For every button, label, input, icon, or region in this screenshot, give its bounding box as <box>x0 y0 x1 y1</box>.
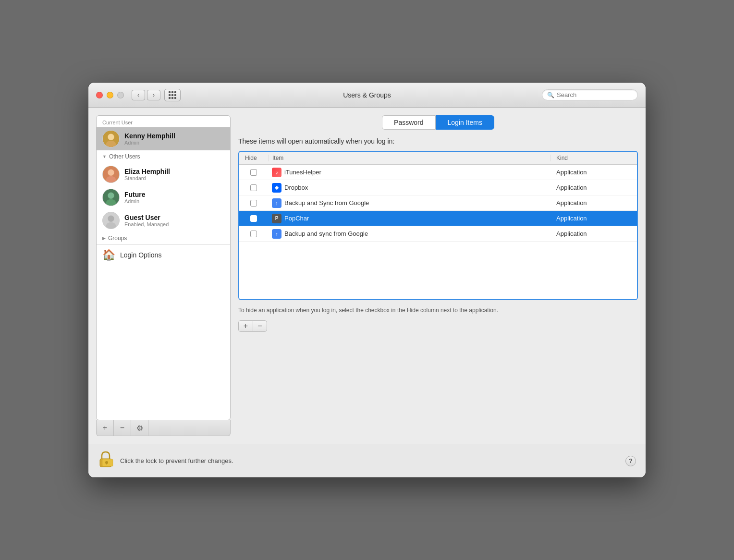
groups-label: Groups <box>108 235 127 242</box>
add-item-button[interactable]: + <box>238 320 253 332</box>
dropbox-icon: ◆ <box>272 183 281 193</box>
google-backup-icon-2: ↑ <box>272 229 281 239</box>
sidebar-toolbar: + − ⚙ <box>96 420 231 436</box>
col-header-item: Item <box>269 155 550 161</box>
item-cell-2: ◆ Dropbox <box>268 183 550 193</box>
tab-password[interactable]: Password <box>382 115 435 130</box>
search-input[interactable] <box>557 91 633 98</box>
table-empty-area <box>239 242 637 299</box>
current-user-info: Kenny Hemphill Admin <box>124 132 175 146</box>
search-box[interactable]: 🔍 <box>542 89 638 100</box>
nav-buttons: ‹ › <box>132 90 160 100</box>
remove-item-button[interactable]: − <box>253 320 267 332</box>
avatar-eliza <box>102 166 120 183</box>
tab-login-items[interactable]: Login Items <box>436 115 494 130</box>
kind-val-2: Application <box>550 184 637 191</box>
user-item-eliza[interactable]: Eliza Hemphill Standard <box>97 163 230 186</box>
svg-point-4 <box>108 170 114 176</box>
table-row[interactable]: ↑ Backup and Sync from Google Applicatio… <box>239 195 637 211</box>
description-text: These items will open automatically when… <box>238 137 638 145</box>
table-header: Hide Item Kind <box>239 152 637 165</box>
kind-val-3: Application <box>550 199 637 207</box>
close-button[interactable] <box>96 92 103 98</box>
other-users-disclosure[interactable]: ▼ Other Users <box>97 150 230 163</box>
svg-point-1 <box>108 134 114 140</box>
bottom-bar: Click the lock to prevent further change… <box>88 444 646 477</box>
table-row[interactable]: ↑ Backup and sync from Google Applicatio… <box>239 226 637 242</box>
gear-button[interactable]: ⚙ <box>131 420 148 436</box>
current-user-item[interactable]: Kenny Hemphill Admin <box>97 127 230 150</box>
current-user-role: Admin <box>124 140 175 146</box>
user-role-future: Admin <box>124 198 146 204</box>
sidebar: Current User Kenny Hemphill Admin <box>96 115 231 436</box>
login-options-item[interactable]: 🏠 Login Options <box>97 244 230 265</box>
hide-checkbox-4[interactable] <box>239 215 268 222</box>
item-cell-3: ↑ Backup and Sync from Google <box>268 198 550 208</box>
popchar-icon: P <box>272 214 281 223</box>
user-info-eliza: Eliza Hemphill Standard <box>124 168 170 181</box>
item-cell-5: ↑ Backup and sync from Google <box>268 229 550 239</box>
remove-user-button[interactable]: − <box>114 420 131 436</box>
login-items-table: Hide Item Kind ♪ iTunesHelper Applicati <box>238 151 638 300</box>
login-options-text: Login Options <box>120 251 161 259</box>
kind-val-4: Application <box>550 215 637 222</box>
checkbox-4[interactable] <box>250 215 257 222</box>
checkbox-3[interactable] <box>250 200 257 207</box>
table-row-selected[interactable]: P PopChar Application <box>239 211 637 226</box>
content: Current User Kenny Hemphill Admin <box>88 108 646 444</box>
hint-text: To hide an application when you log in, … <box>238 306 638 315</box>
user-name-future: Future <box>124 191 146 198</box>
item-cell-1: ♪ iTunesHelper <box>268 168 550 177</box>
checkbox-1[interactable] <box>250 169 257 176</box>
item-name-4: PopChar <box>284 215 309 222</box>
current-user-name: Kenny Hemphill <box>124 132 175 140</box>
table-row[interactable]: ◆ Dropbox Application <box>239 180 637 195</box>
hide-checkbox-3[interactable] <box>239 200 268 207</box>
add-user-button[interactable]: + <box>97 420 114 436</box>
disclosure-arrow-down: ▼ <box>102 154 107 159</box>
groups-disclosure[interactable]: ▶ Groups <box>97 232 230 244</box>
help-button[interactable]: ? <box>625 456 636 466</box>
user-role-eliza: Standard <box>124 175 170 181</box>
minimize-button[interactable] <box>107 92 113 98</box>
checkbox-5[interactable] <box>250 231 257 237</box>
hide-checkbox-1[interactable] <box>239 169 268 176</box>
sidebar-list: Current User Kenny Hemphill Admin <box>96 115 231 420</box>
item-name-1: iTunesHelper <box>284 169 321 176</box>
table-row[interactable]: ♪ iTunesHelper Application <box>239 165 637 180</box>
itunes-icon: ♪ <box>272 168 281 177</box>
item-name-2: Dropbox <box>284 184 308 191</box>
user-item-future[interactable]: Future Admin <box>97 186 230 209</box>
hide-checkbox-5[interactable] <box>239 231 268 237</box>
maximize-button[interactable] <box>117 92 124 98</box>
grid-button[interactable] <box>164 89 181 101</box>
search-icon: 🔍 <box>547 92 554 98</box>
disclosure-arrow-right: ▶ <box>102 236 106 241</box>
hide-checkbox-2[interactable] <box>239 184 268 191</box>
svg-point-10 <box>108 216 114 222</box>
window-title: Users & Groups <box>343 91 391 99</box>
user-item-guest[interactable]: Guest User Enabled, Managed <box>97 209 230 232</box>
user-role-guest: Enabled, Managed <box>124 221 169 227</box>
item-name-3: Backup and Sync from Google <box>284 199 369 207</box>
item-cell-4: P PopChar <box>268 214 550 223</box>
window: ‹ › Users & Groups 🔍 Current User <box>88 83 646 477</box>
checkbox-2[interactable] <box>250 184 257 191</box>
lock-button[interactable] <box>98 450 113 472</box>
forward-button[interactable]: › <box>147 90 160 100</box>
google-backup-icon: ↑ <box>272 198 281 208</box>
user-info-guest: Guest User Enabled, Managed <box>124 214 169 227</box>
house-icon: 🏠 <box>102 249 115 261</box>
current-user-label: Current User <box>97 116 230 127</box>
user-name-guest: Guest User <box>124 214 169 221</box>
avatar-kenny <box>102 130 120 147</box>
avatar-guest <box>102 212 120 229</box>
kind-val-5: Application <box>550 230 637 237</box>
avatar-future <box>102 189 120 206</box>
tab-bar: Password Login Items <box>238 115 638 130</box>
traffic-lights <box>96 92 124 98</box>
user-info-future: Future Admin <box>124 191 146 204</box>
item-name-5: Backup and sync from Google <box>284 230 368 237</box>
back-button[interactable]: ‹ <box>132 90 145 100</box>
user-name-eliza: Eliza Hemphill <box>124 168 170 175</box>
